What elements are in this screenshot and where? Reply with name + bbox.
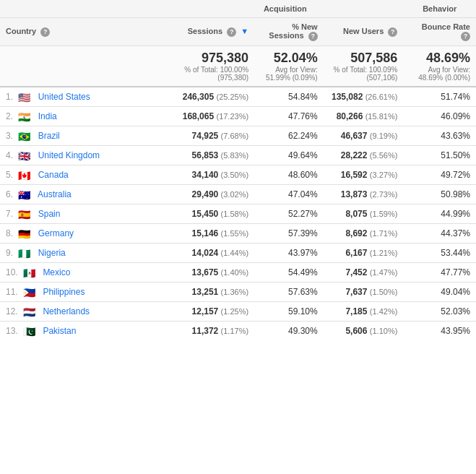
- country-link[interactable]: Brazil: [38, 131, 60, 141]
- country-link[interactable]: India: [38, 111, 57, 121]
- new-sessions-cell: 54.84%: [254, 87, 324, 107]
- sessions-pct: (1.25%): [221, 307, 249, 316]
- summary-bounce-cell: 48.69% Avg for View: 48.69% (0.00%): [403, 46, 476, 87]
- sessions-cell: 74,925 (7.68%): [167, 126, 254, 145]
- summary-sessions-cell: 975,380 % of Total: 100.00% (975,380): [167, 46, 254, 87]
- new-users-cell: 46,637 (9.19%): [324, 126, 404, 145]
- summary-country-cell: [0, 46, 167, 87]
- table-row: 4. 🇬🇧 United Kingdom 56,853 (5.83%) 49.6…: [0, 145, 476, 165]
- country-link[interactable]: Canada: [38, 170, 69, 180]
- country-link[interactable]: United States: [38, 92, 90, 102]
- table-row: 5. 🇨🇦 Canada 34,140 (3.50%) 48.60% 16,59…: [0, 165, 476, 184]
- summary-sessions-val: 975,380: [173, 51, 248, 66]
- new-users-val: 7,185: [345, 306, 367, 316]
- summary-new-users-val: 507,586: [329, 51, 398, 66]
- bounce-rate-help-icon[interactable]: ?: [461, 32, 470, 41]
- sessions-pct: (1.44%): [221, 249, 249, 257]
- new-users-cell: 16,592 (3.27%): [324, 165, 404, 184]
- new-sessions-help-icon[interactable]: ?: [308, 32, 318, 41]
- country-label: Country: [6, 27, 36, 35]
- new-users-pct: (9.19%): [370, 132, 398, 140]
- summary-row: 975,380 % of Total: 100.00% (975,380) 52…: [0, 46, 476, 87]
- country-flag: 🇬🇧: [18, 151, 31, 160]
- sessions-pct: (1.40%): [221, 268, 249, 277]
- summary-bounce-sub: Avg for View: 48.69% (0.00%): [409, 66, 470, 82]
- new-users-pct: (15.81%): [365, 112, 398, 121]
- country-cell: 5. 🇨🇦 Canada: [0, 165, 167, 184]
- table-row: 13. 🇵🇰 Pakistan 11,372 (1.17%) 49.30% 5,…: [0, 321, 476, 340]
- new-users-header[interactable]: New Users ?: [324, 18, 404, 46]
- sessions-val: 168,065: [183, 111, 214, 121]
- country-link[interactable]: United Kingdom: [38, 150, 100, 160]
- sessions-header[interactable]: Sessions ? ▼: [167, 18, 254, 46]
- new-sessions-cell: 47.04%: [254, 184, 324, 204]
- new-users-pct: (1.10%): [370, 327, 398, 335]
- sessions-sort-icon[interactable]: ▼: [241, 27, 248, 35]
- new-users-pct: (3.27%): [370, 171, 398, 179]
- table-row: 7. 🇪🇸 Spain 15,450 (1.58%) 52.27% 8,075 …: [0, 204, 476, 223]
- sessions-cell: 11,372 (1.17%): [167, 321, 254, 340]
- country-link[interactable]: Nigeria: [38, 248, 66, 258]
- new-sessions-cell: 48.60%: [254, 165, 324, 184]
- sessions-cell: 15,146 (1.55%): [167, 223, 254, 243]
- new-users-val: 28,222: [341, 150, 368, 160]
- new-users-pct: (1.71%): [370, 229, 398, 238]
- row-number: 5.: [6, 170, 13, 180]
- new-users-val: 46,637: [341, 131, 368, 141]
- country-link[interactable]: Mexico: [43, 267, 70, 277]
- country-flag: 🇨🇦: [18, 171, 31, 179]
- row-number: 7.: [6, 209, 13, 219]
- sessions-cell: 29,490 (3.02%): [167, 184, 254, 204]
- country-link[interactable]: Germany: [38, 228, 74, 238]
- sessions-pct: (1.55%): [221, 229, 249, 238]
- new-sessions-cell: 49.30%: [254, 321, 324, 340]
- country-link[interactable]: Pakistan: [43, 326, 76, 336]
- new-users-val: 5,606: [345, 326, 367, 336]
- country-link[interactable]: Spain: [38, 209, 61, 219]
- row-number: 11.: [6, 287, 18, 297]
- new-users-cell: 6,167 (1.21%): [324, 243, 404, 262]
- bounce-rate-header[interactable]: Bounce Rate ?: [403, 18, 476, 46]
- bounce-cell: 50.98%: [403, 184, 476, 204]
- new-users-cell: 7,452 (1.47%): [324, 262, 404, 282]
- sessions-val: 13,675: [192, 267, 219, 277]
- bounce-cell: 43.95%: [403, 321, 476, 340]
- country-help-icon[interactable]: ?: [40, 27, 50, 37]
- country-link[interactable]: Philippines: [43, 287, 85, 297]
- new-users-pct: (1.47%): [370, 268, 398, 277]
- new-users-cell: 8,692 (1.71%): [324, 223, 404, 243]
- row-number: 13.: [6, 326, 18, 336]
- country-flag: 🇳🇱: [23, 307, 36, 316]
- new-users-help-icon[interactable]: ?: [388, 27, 397, 37]
- new-sessions-cell: 49.64%: [254, 145, 324, 165]
- new-users-val: 13,873: [341, 189, 368, 199]
- acquisition-group-header: Acquisition: [167, 0, 403, 18]
- new-users-pct: (2.73%): [370, 190, 398, 199]
- summary-bounce-val: 48.69%: [409, 51, 470, 66]
- country-flag: 🇲🇽: [23, 268, 36, 277]
- behavior-group-header: Behavior: [403, 0, 476, 18]
- sessions-pct: (7.68%): [221, 132, 249, 140]
- row-number: 8.: [6, 228, 13, 238]
- new-users-cell: 8,075 (1.59%): [324, 204, 404, 223]
- country-flag: 🇵🇭: [23, 288, 36, 296]
- analytics-table: Acquisition Behavior Country ? Sessions …: [0, 0, 476, 340]
- row-number: 6.: [6, 189, 13, 199]
- country-link[interactable]: Australia: [38, 189, 72, 199]
- new-users-cell: 7,185 (1.42%): [324, 301, 404, 321]
- new-sessions-cell: 62.24%: [254, 126, 324, 145]
- sessions-cell: 13,251 (1.36%): [167, 282, 254, 301]
- row-number: 12.: [6, 306, 18, 316]
- sessions-help-icon[interactable]: ?: [227, 27, 236, 37]
- new-sessions-header[interactable]: % New Sessions ?: [254, 18, 324, 46]
- new-users-pct: (1.21%): [370, 249, 398, 257]
- sessions-label: Sessions: [188, 27, 222, 35]
- country-cell: 9. 🇳🇬 Nigeria: [0, 243, 167, 262]
- country-link[interactable]: Netherlands: [43, 306, 90, 316]
- bounce-cell: 49.72%: [403, 165, 476, 184]
- summary-new-sessions-sub: Avg for View: 51.99% (0.09%): [260, 66, 318, 82]
- country-cell: 13. 🇵🇰 Pakistan: [0, 321, 167, 340]
- country-cell: 12. 🇳🇱 Netherlands: [0, 301, 167, 321]
- country-cell: 6. 🇦🇺 Australia: [0, 184, 167, 204]
- new-users-cell: 7,637 (1.50%): [324, 282, 404, 301]
